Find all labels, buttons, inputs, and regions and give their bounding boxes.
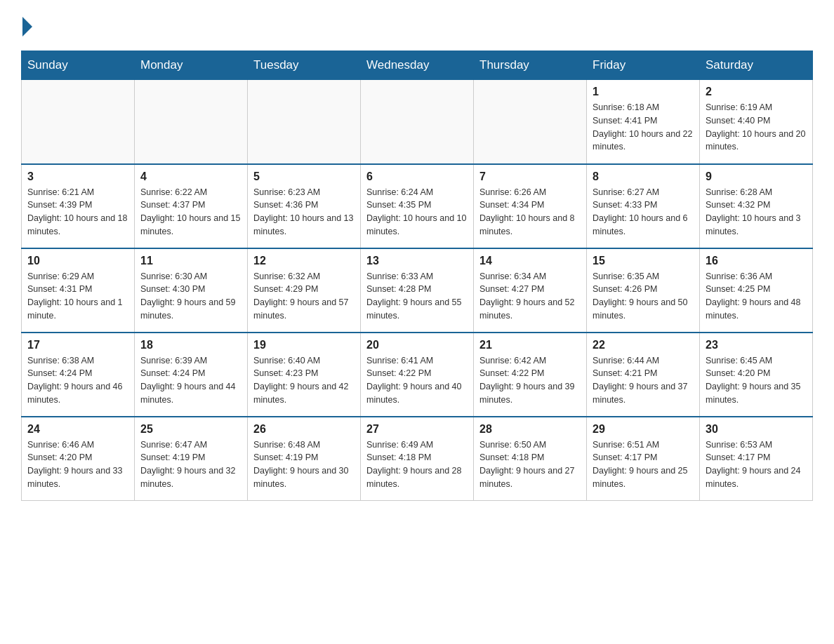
day-info: Sunrise: 6:23 AMSunset: 4:36 PMDaylight:… — [253, 186, 355, 239]
weekday-header-sunday: Sunday — [22, 51, 135, 80]
day-number: 18 — [140, 339, 241, 351]
day-number: 30 — [706, 423, 807, 436]
day-info: Sunrise: 6:32 AMSunset: 4:29 PMDaylight:… — [253, 270, 355, 323]
calendar-cell: 12Sunrise: 6:32 AMSunset: 4:29 PMDayligh… — [248, 248, 361, 333]
calendar-week-row: 3Sunrise: 6:21 AMSunset: 4:39 PMDaylight… — [22, 164, 813, 248]
day-info: Sunrise: 6:24 AMSunset: 4:35 PMDaylight:… — [366, 186, 468, 239]
calendar-cell: 13Sunrise: 6:33 AMSunset: 4:28 PMDayligh… — [361, 248, 474, 333]
day-number: 13 — [366, 255, 468, 267]
day-info: Sunrise: 6:49 AMSunset: 4:18 PMDaylight:… — [366, 438, 468, 491]
calendar-cell: 22Sunrise: 6:44 AMSunset: 4:21 PMDayligh… — [587, 333, 700, 417]
calendar-week-row: 17Sunrise: 6:38 AMSunset: 4:24 PMDayligh… — [22, 333, 813, 417]
day-number: 3 — [27, 170, 128, 183]
day-info: Sunrise: 6:29 AMSunset: 4:31 PMDaylight:… — [27, 270, 128, 323]
day-info: Sunrise: 6:27 AMSunset: 4:33 PMDaylight:… — [593, 186, 694, 239]
calendar-cell: 16Sunrise: 6:36 AMSunset: 4:25 PMDayligh… — [700, 248, 813, 333]
calendar-cell: 11Sunrise: 6:30 AMSunset: 4:30 PMDayligh… — [135, 248, 248, 333]
day-number: 4 — [140, 170, 241, 183]
calendar-cell: 15Sunrise: 6:35 AMSunset: 4:26 PMDayligh… — [587, 248, 700, 333]
weekday-header-saturday: Saturday — [700, 51, 813, 80]
day-number: 26 — [253, 423, 355, 436]
day-info: Sunrise: 6:34 AMSunset: 4:27 PMDaylight:… — [479, 270, 581, 323]
day-info: Sunrise: 6:18 AMSunset: 4:41 PMDaylight:… — [593, 101, 694, 154]
calendar-cell: 27Sunrise: 6:49 AMSunset: 4:18 PMDayligh… — [361, 417, 474, 501]
calendar-cell — [135, 80, 248, 164]
calendar-cell: 1Sunrise: 6:18 AMSunset: 4:41 PMDaylight… — [587, 80, 700, 164]
day-number: 10 — [27, 255, 128, 267]
calendar-cell: 7Sunrise: 6:26 AMSunset: 4:34 PMDaylight… — [474, 164, 587, 248]
day-number: 16 — [706, 255, 807, 267]
calendar-cell: 25Sunrise: 6:47 AMSunset: 4:19 PMDayligh… — [135, 417, 248, 501]
calendar-cell: 5Sunrise: 6:23 AMSunset: 4:36 PMDaylight… — [248, 164, 361, 248]
calendar-cell: 19Sunrise: 6:40 AMSunset: 4:23 PMDayligh… — [248, 333, 361, 417]
day-number: 27 — [366, 423, 468, 436]
calendar-cell: 9Sunrise: 6:28 AMSunset: 4:32 PMDaylight… — [700, 164, 813, 248]
day-info: Sunrise: 6:46 AMSunset: 4:20 PMDaylight:… — [27, 438, 128, 491]
day-info: Sunrise: 6:39 AMSunset: 4:24 PMDaylight:… — [140, 354, 241, 407]
day-number: 22 — [593, 339, 694, 351]
calendar-cell: 28Sunrise: 6:50 AMSunset: 4:18 PMDayligh… — [474, 417, 587, 501]
day-info: Sunrise: 6:35 AMSunset: 4:26 PMDaylight:… — [593, 270, 694, 323]
calendar-cell: 3Sunrise: 6:21 AMSunset: 4:39 PMDaylight… — [22, 164, 135, 248]
day-number: 8 — [593, 170, 694, 183]
day-number: 24 — [27, 423, 128, 436]
day-number: 28 — [479, 423, 581, 436]
day-number: 2 — [706, 86, 807, 98]
day-info: Sunrise: 6:53 AMSunset: 4:17 PMDaylight:… — [706, 438, 807, 491]
day-info: Sunrise: 6:19 AMSunset: 4:40 PMDaylight:… — [706, 101, 807, 154]
day-number: 21 — [479, 339, 581, 351]
day-info: Sunrise: 6:22 AMSunset: 4:37 PMDaylight:… — [140, 186, 241, 239]
calendar-cell: 17Sunrise: 6:38 AMSunset: 4:24 PMDayligh… — [22, 333, 135, 417]
calendar-table: SundayMondayTuesdayWednesdayThursdayFrid… — [21, 51, 813, 501]
day-number: 11 — [140, 255, 241, 267]
calendar-cell: 30Sunrise: 6:53 AMSunset: 4:17 PMDayligh… — [700, 417, 813, 501]
calendar-cell: 23Sunrise: 6:45 AMSunset: 4:20 PMDayligh… — [700, 333, 813, 417]
day-number: 5 — [253, 170, 355, 183]
day-number: 12 — [253, 255, 355, 267]
day-info: Sunrise: 6:51 AMSunset: 4:17 PMDaylight:… — [593, 438, 694, 491]
day-number: 29 — [593, 423, 694, 436]
day-info: Sunrise: 6:48 AMSunset: 4:19 PMDaylight:… — [253, 438, 355, 491]
day-info: Sunrise: 6:38 AMSunset: 4:24 PMDaylight:… — [27, 354, 128, 407]
calendar-week-row: 10Sunrise: 6:29 AMSunset: 4:31 PMDayligh… — [22, 248, 813, 333]
day-info: Sunrise: 6:30 AMSunset: 4:30 PMDaylight:… — [140, 270, 241, 323]
calendar-week-row: 1Sunrise: 6:18 AMSunset: 4:41 PMDaylight… — [22, 80, 813, 164]
calendar-cell: 26Sunrise: 6:48 AMSunset: 4:19 PMDayligh… — [248, 417, 361, 501]
calendar-cell: 21Sunrise: 6:42 AMSunset: 4:22 PMDayligh… — [474, 333, 587, 417]
calendar-cell: 18Sunrise: 6:39 AMSunset: 4:24 PMDayligh… — [135, 333, 248, 417]
day-number: 19 — [253, 339, 355, 351]
weekday-header-friday: Friday — [587, 51, 700, 80]
calendar-cell: 4Sunrise: 6:22 AMSunset: 4:37 PMDaylight… — [135, 164, 248, 248]
day-info: Sunrise: 6:45 AMSunset: 4:20 PMDaylight:… — [706, 354, 807, 407]
day-info: Sunrise: 6:36 AMSunset: 4:25 PMDaylight:… — [706, 270, 807, 323]
calendar-cell — [248, 80, 361, 164]
day-info: Sunrise: 6:47 AMSunset: 4:19 PMDaylight:… — [140, 438, 241, 491]
day-number: 14 — [479, 255, 581, 267]
calendar-cell: 10Sunrise: 6:29 AMSunset: 4:31 PMDayligh… — [22, 248, 135, 333]
day-number: 6 — [366, 170, 468, 183]
page-header — [21, 14, 813, 36]
day-number: 17 — [27, 339, 128, 351]
logo — [21, 14, 32, 36]
day-info: Sunrise: 6:42 AMSunset: 4:22 PMDaylight:… — [479, 354, 581, 407]
day-info: Sunrise: 6:44 AMSunset: 4:21 PMDaylight:… — [593, 354, 694, 407]
calendar-cell: 14Sunrise: 6:34 AMSunset: 4:27 PMDayligh… — [474, 248, 587, 333]
day-number: 1 — [593, 86, 694, 98]
day-info: Sunrise: 6:41 AMSunset: 4:22 PMDaylight:… — [366, 354, 468, 407]
weekday-header-wednesday: Wednesday — [361, 51, 474, 80]
day-info: Sunrise: 6:33 AMSunset: 4:28 PMDaylight:… — [366, 270, 468, 323]
calendar-cell — [361, 80, 474, 164]
day-number: 9 — [706, 170, 807, 183]
day-number: 25 — [140, 423, 241, 436]
calendar-cell — [474, 80, 587, 164]
calendar-week-row: 24Sunrise: 6:46 AMSunset: 4:20 PMDayligh… — [22, 417, 813, 501]
weekday-header-row: SundayMondayTuesdayWednesdayThursdayFrid… — [22, 51, 813, 80]
calendar-cell — [22, 80, 135, 164]
day-number: 23 — [706, 339, 807, 351]
calendar-cell: 2Sunrise: 6:19 AMSunset: 4:40 PMDaylight… — [700, 80, 813, 164]
calendar-cell: 8Sunrise: 6:27 AMSunset: 4:33 PMDaylight… — [587, 164, 700, 248]
weekday-header-tuesday: Tuesday — [248, 51, 361, 80]
calendar-cell: 20Sunrise: 6:41 AMSunset: 4:22 PMDayligh… — [361, 333, 474, 417]
day-number: 20 — [366, 339, 468, 351]
day-info: Sunrise: 6:28 AMSunset: 4:32 PMDaylight:… — [706, 186, 807, 239]
